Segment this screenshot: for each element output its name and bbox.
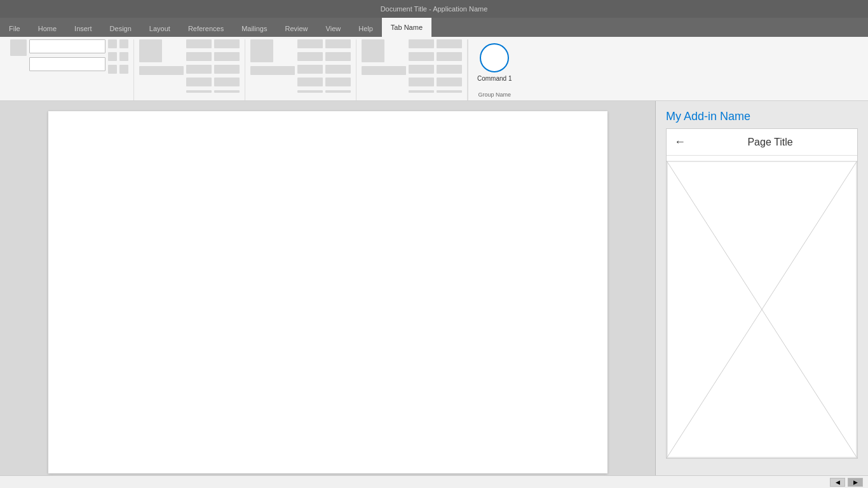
ribbon-icon-1 xyxy=(10,39,27,56)
tab-design[interactable]: Design xyxy=(101,20,140,37)
ribbon-btn-4[interactable] xyxy=(119,39,128,48)
taskpane-title: My Add-in Name xyxy=(656,101,868,128)
ribbon-group-command1: Command 1 Group Name xyxy=(468,39,523,100)
ribbon-btn-14[interactable] xyxy=(214,78,240,86)
ribbon-divider-2 xyxy=(214,90,240,93)
ribbon-col-4 xyxy=(139,39,184,75)
main-area: My Add-in Name ← Page Title xyxy=(0,101,868,475)
ribbon-col-10 xyxy=(362,39,406,75)
page-title: Page Title xyxy=(691,137,850,148)
ribbon-tab-bar: File Home Insert Design Layout Reference… xyxy=(0,18,868,37)
ribbon-content: Command 1 Group Name xyxy=(0,37,868,100)
ribbon-col-1 xyxy=(29,39,105,71)
ribbon-btn-30[interactable] xyxy=(437,78,462,86)
status-bar: ◀ ▶ xyxy=(0,475,868,488)
ribbon-col-6 xyxy=(214,39,240,93)
ribbon-divider-3 xyxy=(297,90,323,93)
ribbon-btn-19[interactable] xyxy=(325,39,351,48)
ribbon-col-9 xyxy=(325,39,351,93)
ribbon-divider-5 xyxy=(409,90,434,93)
ribbon-btn-11[interactable] xyxy=(214,39,240,48)
tab-references[interactable]: References xyxy=(179,20,233,37)
ribbon-divider-1 xyxy=(186,90,212,93)
status-btn-next[interactable]: ▶ xyxy=(848,478,863,487)
tab-tabname[interactable]: Tab Name xyxy=(382,18,431,37)
tab-layout[interactable]: Layout xyxy=(140,20,179,37)
tab-home[interactable]: Home xyxy=(29,20,65,37)
ribbon-btn-24[interactable] xyxy=(409,52,434,61)
ribbon-btn-10[interactable] xyxy=(186,78,212,86)
tab-view[interactable]: View xyxy=(317,20,350,37)
ribbon-input-2[interactable] xyxy=(29,57,105,71)
ribbon-btn-8[interactable] xyxy=(186,52,212,61)
back-button[interactable]: ← xyxy=(674,135,686,149)
ribbon-col-11 xyxy=(409,39,434,93)
ribbon-btn-20[interactable] xyxy=(325,52,351,61)
ribbon-btn-6[interactable] xyxy=(119,65,128,74)
ribbon-btn-23[interactable] xyxy=(409,39,434,48)
ribbon-col-5 xyxy=(186,39,212,93)
ribbon-col-7 xyxy=(250,39,295,75)
group-name-label: Group Name xyxy=(478,92,511,98)
status-btn-prev[interactable]: ◀ xyxy=(830,478,845,487)
ribbon-btn-27[interactable] xyxy=(437,39,462,48)
tab-insert[interactable]: Insert xyxy=(65,20,101,37)
ribbon-icon-3 xyxy=(250,39,273,62)
wireframe-placeholder xyxy=(667,161,857,458)
ribbon-label-2 xyxy=(139,66,184,75)
taskpane-page-header: ← Page Title xyxy=(667,129,857,156)
ribbon-btn-17[interactable] xyxy=(297,65,323,74)
document-area xyxy=(0,101,655,475)
ribbon-divider-4 xyxy=(325,90,351,93)
ribbon-btn-29[interactable] xyxy=(437,65,462,74)
command-1-icon xyxy=(480,43,509,72)
taskpane-content: ← Page Title xyxy=(656,128,868,475)
title-bar-text: Document Title - Application Name xyxy=(381,5,488,13)
ribbon-label-4 xyxy=(362,66,406,75)
ribbon-group-4 xyxy=(356,39,468,100)
ribbon-group-4-items xyxy=(362,39,462,104)
ribbon-btn-2[interactable] xyxy=(108,52,117,61)
taskpane-page: ← Page Title xyxy=(666,128,858,459)
ribbon-label-3 xyxy=(250,66,295,75)
ribbon-btn-7[interactable] xyxy=(186,39,212,48)
ribbon-btn-1[interactable] xyxy=(108,39,117,48)
ribbon-btn-22[interactable] xyxy=(325,78,351,86)
ribbon-btn-18[interactable] xyxy=(297,78,323,86)
ribbon-btn-26[interactable] xyxy=(409,78,434,86)
ribbon-btn-15[interactable] xyxy=(297,39,323,48)
ribbon: File Home Insert Design Layout Reference… xyxy=(0,18,868,101)
ribbon-icon-2 xyxy=(139,39,162,62)
ribbon-group-1 xyxy=(5,39,134,100)
ribbon-group-3 xyxy=(245,39,356,100)
ribbon-group-2-items xyxy=(139,39,240,104)
tab-help[interactable]: Help xyxy=(349,20,382,37)
ribbon-btn-25[interactable] xyxy=(409,65,434,74)
ribbon-btn-16[interactable] xyxy=(297,52,323,61)
ribbon-col-12 xyxy=(437,39,462,93)
tab-review[interactable]: Review xyxy=(276,20,317,37)
command-1-button[interactable]: Command 1 xyxy=(471,39,518,86)
command-1-label: Command 1 xyxy=(477,75,512,82)
ribbon-btn-12[interactable] xyxy=(214,52,240,61)
ribbon-input-1[interactable] xyxy=(29,39,105,53)
ribbon-group-2 xyxy=(134,39,245,100)
ribbon-btn-28[interactable] xyxy=(437,52,462,61)
ribbon-btn-3[interactable] xyxy=(108,65,117,74)
ribbon-group-3-items xyxy=(250,39,351,104)
ribbon-icon-4 xyxy=(362,39,384,62)
ribbon-col-3 xyxy=(119,39,128,74)
ribbon-btn-21[interactable] xyxy=(325,65,351,74)
ribbon-col-2 xyxy=(108,39,117,74)
ribbon-col-8 xyxy=(297,39,323,93)
tab-mailings[interactable]: Mailings xyxy=(233,20,276,37)
ribbon-divider-6 xyxy=(437,90,462,93)
title-bar: Document Title - Application Name xyxy=(0,0,868,18)
document-page xyxy=(48,111,607,473)
tab-file[interactable]: File xyxy=(0,20,29,37)
ribbon-group-1-items xyxy=(10,39,128,100)
taskpane: My Add-in Name ← Page Title xyxy=(655,101,868,475)
ribbon-btn-9[interactable] xyxy=(186,65,212,74)
ribbon-btn-13[interactable] xyxy=(214,65,240,74)
ribbon-btn-5[interactable] xyxy=(119,52,128,61)
